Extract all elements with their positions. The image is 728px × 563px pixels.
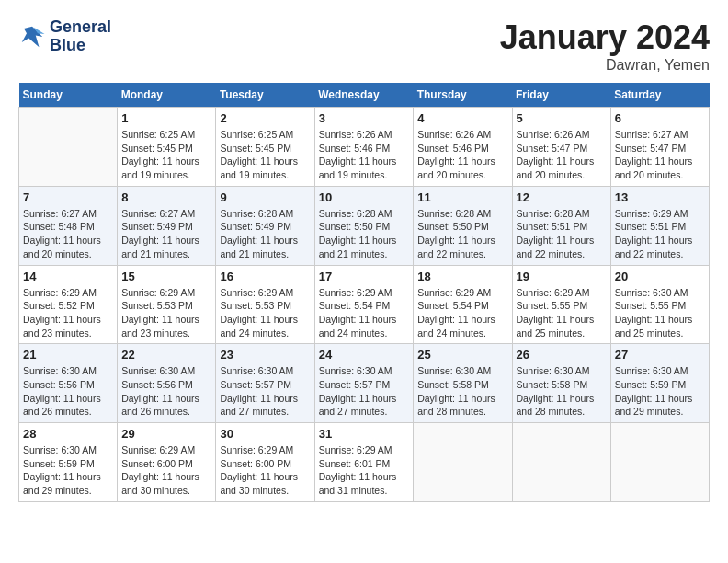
day-number: 3 (319, 111, 410, 125)
calendar-cell: 9Sunrise: 6:28 AMSunset: 5:49 PMDaylight… (216, 186, 314, 265)
day-info: Sunrise: 6:29 AMSunset: 5:53 PMDaylight:… (220, 286, 310, 340)
month-title: January 2024 (500, 18, 710, 57)
calendar-cell: 3Sunrise: 6:26 AMSunset: 5:46 PMDaylight… (314, 108, 414, 187)
day-number: 18 (417, 270, 507, 283)
day-info: Sunrise: 6:29 AMSunset: 5:52 PMDaylight:… (23, 286, 113, 340)
weekday-header-wednesday: Wednesday (314, 83, 414, 108)
day-info: Sunrise: 6:29 AMSunset: 5:51 PMDaylight:… (615, 207, 705, 261)
day-number: 29 (121, 427, 211, 441)
calendar-week-5: 28Sunrise: 6:30 AMSunset: 5:59 PMDayligh… (19, 423, 710, 502)
day-info: Sunrise: 6:26 AMSunset: 5:46 PMDaylight:… (417, 128, 507, 182)
day-number: 14 (23, 270, 113, 283)
calendar-cell: 29Sunrise: 6:29 AMSunset: 6:00 PMDayligh… (118, 423, 216, 502)
calendar-week-2: 7Sunrise: 6:27 AMSunset: 5:48 PMDaylight… (19, 186, 710, 265)
day-info: Sunrise: 6:26 AMSunset: 5:47 PMDaylight:… (517, 128, 607, 182)
day-number: 20 (615, 270, 705, 283)
day-number: 30 (220, 427, 310, 441)
day-number: 1 (121, 111, 211, 125)
calendar-cell: 12Sunrise: 6:28 AMSunset: 5:51 PMDayligh… (512, 186, 610, 265)
calendar-cell: 28Sunrise: 6:30 AMSunset: 5:59 PMDayligh… (19, 423, 118, 502)
calendar-cell: 21Sunrise: 6:30 AMSunset: 5:56 PMDayligh… (19, 344, 118, 423)
day-number: 16 (220, 270, 310, 283)
weekday-header-friday: Friday (512, 83, 610, 108)
logo: General Blue (18, 18, 111, 55)
calendar-cell: 8Sunrise: 6:27 AMSunset: 5:49 PMDaylight… (118, 186, 216, 265)
calendar-cell: 7Sunrise: 6:27 AMSunset: 5:48 PMDaylight… (19, 186, 118, 265)
calendar-cell: 4Sunrise: 6:26 AMSunset: 5:46 PMDaylight… (414, 108, 512, 187)
day-number: 12 (517, 190, 607, 204)
day-info: Sunrise: 6:26 AMSunset: 5:46 PMDaylight:… (319, 128, 410, 182)
calendar-cell: 13Sunrise: 6:29 AMSunset: 5:51 PMDayligh… (610, 186, 709, 265)
day-info: Sunrise: 6:30 AMSunset: 5:59 PMDaylight:… (615, 364, 705, 419)
day-info: Sunrise: 6:27 AMSunset: 5:47 PMDaylight:… (615, 128, 705, 182)
calendar-cell: 1Sunrise: 6:25 AMSunset: 5:45 PMDaylight… (118, 108, 216, 187)
day-info: Sunrise: 6:30 AMSunset: 5:56 PMDaylight:… (23, 364, 113, 419)
weekday-header-monday: Monday (118, 83, 216, 108)
day-number: 23 (220, 348, 310, 362)
day-info: Sunrise: 6:29 AMSunset: 6:01 PMDaylight:… (319, 443, 410, 498)
day-number: 5 (517, 111, 607, 125)
calendar-cell: 6Sunrise: 6:27 AMSunset: 5:47 PMDaylight… (610, 108, 709, 187)
calendar-cell (610, 423, 709, 502)
day-info: Sunrise: 6:30 AMSunset: 5:58 PMDaylight:… (417, 364, 507, 419)
calendar-cell: 2Sunrise: 6:25 AMSunset: 5:45 PMDaylight… (216, 108, 314, 187)
day-info: Sunrise: 6:29 AMSunset: 5:54 PMDaylight:… (319, 286, 410, 340)
logo-icon (18, 23, 46, 51)
calendar-cell: 18Sunrise: 6:29 AMSunset: 5:54 PMDayligh… (414, 265, 512, 344)
calendar-cell: 5Sunrise: 6:26 AMSunset: 5:47 PMDaylight… (512, 108, 610, 187)
day-info: Sunrise: 6:28 AMSunset: 5:51 PMDaylight:… (517, 207, 607, 261)
day-number: 13 (615, 190, 705, 204)
day-number: 15 (121, 270, 211, 283)
calendar-header: SundayMondayTuesdayWednesdayThursdayFrid… (19, 83, 710, 108)
calendar-cell: 10Sunrise: 6:28 AMSunset: 5:50 PMDayligh… (314, 186, 414, 265)
day-info: Sunrise: 6:29 AMSunset: 6:00 PMDaylight:… (121, 443, 211, 498)
calendar-cell: 23Sunrise: 6:30 AMSunset: 5:57 PMDayligh… (216, 344, 314, 423)
weekday-header-saturday: Saturday (610, 83, 709, 108)
day-info: Sunrise: 6:29 AMSunset: 5:55 PMDaylight:… (517, 286, 607, 340)
day-number: 24 (319, 348, 410, 362)
day-info: Sunrise: 6:30 AMSunset: 5:56 PMDaylight:… (121, 364, 211, 419)
day-number: 19 (517, 270, 607, 283)
day-info: Sunrise: 6:29 AMSunset: 5:54 PMDaylight:… (417, 286, 507, 340)
calendar-cell: 31Sunrise: 6:29 AMSunset: 6:01 PMDayligh… (314, 423, 414, 502)
day-number: 10 (319, 190, 410, 204)
calendar-cell: 17Sunrise: 6:29 AMSunset: 5:54 PMDayligh… (314, 265, 414, 344)
day-number: 8 (121, 190, 211, 204)
day-info: Sunrise: 6:27 AMSunset: 5:48 PMDaylight:… (23, 207, 113, 261)
day-info: Sunrise: 6:30 AMSunset: 5:59 PMDaylight:… (23, 443, 113, 498)
day-number: 27 (615, 348, 705, 362)
location: Dawran, Yemen (500, 57, 710, 74)
logo-text-line1: General (50, 18, 111, 37)
calendar-cell: 15Sunrise: 6:29 AMSunset: 5:53 PMDayligh… (118, 265, 216, 344)
calendar-week-3: 14Sunrise: 6:29 AMSunset: 5:52 PMDayligh… (19, 265, 710, 344)
calendar-cell (414, 423, 512, 502)
calendar-cell: 22Sunrise: 6:30 AMSunset: 5:56 PMDayligh… (118, 344, 216, 423)
calendar-cell: 27Sunrise: 6:30 AMSunset: 5:59 PMDayligh… (610, 344, 709, 423)
calendar-cell: 20Sunrise: 6:30 AMSunset: 5:55 PMDayligh… (610, 265, 709, 344)
day-number: 6 (615, 111, 705, 125)
day-info: Sunrise: 6:25 AMSunset: 5:45 PMDaylight:… (220, 128, 310, 182)
calendar-cell (512, 423, 610, 502)
weekday-header-sunday: Sunday (19, 83, 118, 108)
title-block: January 2024 Dawran, Yemen (500, 18, 710, 74)
day-number: 7 (23, 190, 113, 204)
calendar-week-4: 21Sunrise: 6:30 AMSunset: 5:56 PMDayligh… (19, 344, 710, 423)
calendar-table: SundayMondayTuesdayWednesdayThursdayFrid… (18, 83, 710, 502)
calendar-cell: 19Sunrise: 6:29 AMSunset: 5:55 PMDayligh… (512, 265, 610, 344)
day-info: Sunrise: 6:30 AMSunset: 5:57 PMDaylight:… (319, 364, 410, 419)
day-info: Sunrise: 6:30 AMSunset: 5:58 PMDaylight:… (517, 364, 607, 419)
day-number: 26 (517, 348, 607, 362)
day-number: 2 (220, 111, 310, 125)
page-header: General Blue January 2024 Dawran, Yemen (18, 18, 710, 74)
day-number: 11 (417, 190, 507, 204)
day-info: Sunrise: 6:30 AMSunset: 5:55 PMDaylight:… (615, 286, 705, 340)
day-number: 25 (417, 348, 507, 362)
calendar-cell: 11Sunrise: 6:28 AMSunset: 5:50 PMDayligh… (414, 186, 512, 265)
day-number: 17 (319, 270, 410, 283)
calendar-cell: 24Sunrise: 6:30 AMSunset: 5:57 PMDayligh… (314, 344, 414, 423)
day-number: 28 (23, 427, 113, 441)
weekday-header-tuesday: Tuesday (216, 83, 314, 108)
day-info: Sunrise: 6:28 AMSunset: 5:50 PMDaylight:… (417, 207, 507, 261)
logo-text-line2: Blue (50, 37, 111, 55)
calendar-cell: 30Sunrise: 6:29 AMSunset: 6:00 PMDayligh… (216, 423, 314, 502)
